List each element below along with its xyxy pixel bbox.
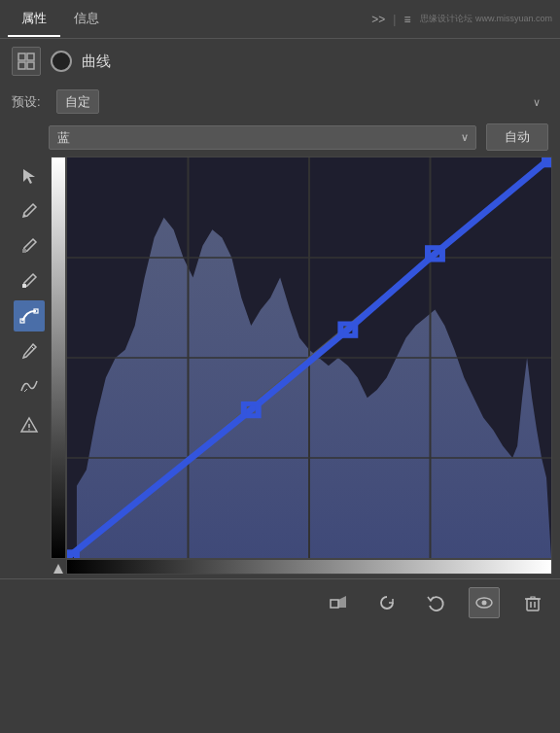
smooth-icon	[19, 376, 39, 396]
visibility-btn[interactable]	[469, 587, 500, 618]
clip-shadows-btn[interactable]	[323, 587, 354, 618]
delete-icon	[522, 592, 543, 613]
header-bar: 属性 信息 >> | ≡ 思缘设计论坛 www.missyuan.com	[0, 0, 560, 39]
tab-info[interactable]: 信息	[60, 2, 113, 37]
visibility-icon	[473, 592, 495, 613]
svg-line-9	[31, 346, 34, 349]
svg-point-12	[28, 429, 30, 431]
arrow-tool-btn[interactable]	[14, 160, 45, 192]
expand-panels-btn[interactable]: >>	[371, 13, 385, 26]
panel-title: 曲线	[82, 52, 111, 71]
curve-tool-btn[interactable]	[14, 300, 45, 332]
svg-point-4	[24, 215, 26, 217]
svg-rect-0	[18, 53, 25, 60]
eyedropper-black-icon	[19, 201, 39, 221]
warning-icon	[19, 415, 39, 435]
svg-marker-26	[53, 564, 63, 574]
reset-icon	[376, 592, 398, 613]
auto-button[interactable]: 自动	[486, 123, 548, 151]
clip-shadows-icon	[328, 592, 349, 613]
curve-tool-icon	[19, 306, 39, 326]
bottom-gradient-bar	[66, 559, 552, 575]
channel-select-wrapper: 蓝 ∨	[49, 125, 476, 150]
reset-btn[interactable]	[371, 587, 402, 618]
arrow-tool-icon	[19, 166, 39, 186]
title-row: 曲线	[0, 39, 560, 84]
svg-rect-28	[331, 600, 338, 608]
svg-line-10	[24, 389, 27, 392]
eyedropper-gray-icon	[19, 236, 39, 256]
svg-rect-25	[544, 157, 551, 165]
tab-properties[interactable]: 属性	[8, 2, 60, 37]
left-toolbar	[8, 157, 51, 575]
header-controls: >> | ≡	[371, 13, 410, 26]
svg-rect-3	[27, 62, 34, 69]
main-area	[0, 157, 560, 578]
curve-chart-inner[interactable]	[66, 157, 552, 559]
curve-container	[51, 157, 552, 575]
undo-icon	[425, 592, 446, 613]
svg-rect-32	[527, 599, 539, 611]
shadow-triangle-icon	[52, 563, 64, 575]
svg-rect-1	[27, 53, 34, 60]
channel-select[interactable]: 蓝	[49, 125, 476, 150]
eyedropper-white-icon	[19, 271, 39, 291]
svg-point-31	[482, 601, 487, 606]
curve-svg	[67, 157, 551, 558]
smooth-btn[interactable]	[14, 370, 45, 401]
watermark: 思缘设计论坛 www.missyuan.com	[420, 13, 552, 25]
delete-btn[interactable]	[517, 587, 548, 618]
shadow-point-marker[interactable]	[51, 559, 66, 575]
bottom-toolbar	[0, 578, 560, 626]
panel-menu-btn[interactable]: ≡	[403, 13, 410, 26]
svg-rect-2	[18, 62, 25, 69]
svg-rect-5	[22, 249, 26, 253]
preset-select-wrapper: 自定	[56, 89, 548, 114]
circle-icon	[51, 51, 72, 72]
pencil-btn[interactable]	[14, 335, 45, 366]
left-gradient-bar	[51, 157, 66, 559]
grid-icon-box[interactable]	[12, 47, 41, 76]
eyedropper-black-btn[interactable]	[14, 195, 45, 227]
svg-rect-6	[22, 284, 26, 288]
preset-label: 预设:	[12, 93, 47, 111]
pencil-icon	[19, 341, 39, 361]
preset-row: 预设: 自定	[0, 84, 560, 120]
svg-marker-29	[338, 596, 346, 608]
warning-btn[interactable]	[14, 409, 45, 440]
channel-row: 蓝 ∨ 自动	[0, 120, 560, 157]
undo-btn[interactable]	[420, 587, 451, 618]
eyedropper-gray-btn[interactable]	[14, 230, 45, 262]
eyedropper-white-btn[interactable]	[14, 265, 45, 297]
grid-icon	[17, 52, 36, 71]
preset-select[interactable]: 自定	[56, 89, 99, 114]
